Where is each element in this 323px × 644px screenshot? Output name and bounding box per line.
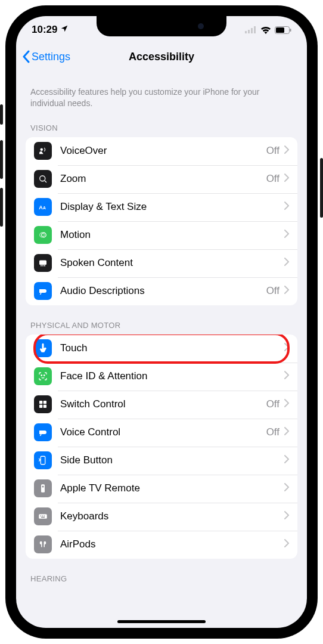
chevron-right-icon [284, 145, 289, 156]
svg-point-17 [41, 375, 42, 376]
nav-bar: Settings Accessibility [16, 44, 307, 70]
row-label: Face ID & Attention [60, 370, 284, 382]
row-label: Motion [60, 229, 284, 241]
svg-rect-3 [254, 26, 256, 33]
svg-point-18 [44, 375, 45, 376]
section-header-vision: VISION [26, 120, 297, 137]
svg-rect-28 [42, 516, 44, 517]
row-label: AirPods [60, 538, 284, 550]
row-audio-descriptions[interactable]: Audio Descriptions Off [26, 277, 297, 305]
row-label: Display & Text Size [60, 201, 284, 213]
svg-text:A: A [43, 206, 46, 210]
status-time: 10:29 [32, 24, 57, 36]
chevron-right-icon [284, 230, 289, 240]
row-label: Voice Control [60, 426, 266, 438]
row-apple-tv-remote[interactable]: Apple TV Remote [26, 475, 297, 503]
svg-rect-2 [251, 28, 253, 33]
svg-rect-24 [41, 485, 45, 493]
row-faceid[interactable]: Face ID & Attention [26, 363, 297, 391]
row-label: Spoken Content [60, 257, 284, 269]
faceid-icon [34, 367, 52, 385]
apple-tv-remote-icon [34, 479, 52, 497]
home-indicator[interactable] [117, 620, 206, 623]
location-icon [60, 24, 69, 36]
svg-rect-21 [39, 405, 42, 408]
textsize-icon: AA [34, 198, 52, 216]
row-zoom[interactable]: Zoom Off [26, 165, 297, 193]
voiceover-icon [34, 142, 52, 160]
wifi-icon [260, 26, 271, 34]
row-value: Off [266, 426, 279, 438]
row-label: Audio Descriptions [60, 285, 266, 297]
chevron-right-icon [284, 174, 289, 184]
switch-control-icon [34, 395, 52, 413]
row-keyboards[interactable]: Keyboards [26, 503, 297, 531]
svg-rect-20 [44, 401, 46, 404]
row-voiceover[interactable]: VoiceOver Off [26, 137, 297, 165]
svg-rect-6 [290, 29, 291, 32]
row-value: Off [266, 145, 279, 157]
section-header-hearing: HEARING [26, 559, 297, 588]
row-label: Touch [60, 342, 284, 354]
row-spoken-content[interactable]: Spoken Content [26, 249, 297, 277]
svg-point-15 [42, 265, 44, 267]
group-physical: Touch Face ID & Attention Switch Control… [26, 335, 297, 559]
row-touch[interactable]: Touch [26, 335, 297, 363]
svg-point-7 [41, 148, 44, 151]
svg-text:A: A [39, 205, 43, 210]
audio-descriptions-icon [34, 282, 52, 300]
chevron-right-icon [284, 427, 289, 438]
cellular-signal-icon [245, 26, 257, 33]
intro-text: Accessibility features help you customiz… [26, 70, 297, 120]
svg-rect-22 [44, 405, 46, 408]
svg-point-14 [41, 265, 42, 267]
row-voice-control[interactable]: Voice Control Off [26, 419, 297, 447]
row-label: Keyboards [60, 510, 284, 522]
phone-frame: 10:29 Settings Accessibility Accessibili… [5, 5, 318, 639]
row-label: VoiceOver [60, 145, 266, 157]
chevron-right-icon [284, 202, 289, 212]
keyboards-icon [34, 507, 52, 525]
chevron-right-icon [284, 511, 289, 522]
back-label: Settings [32, 51, 70, 63]
svg-rect-13 [39, 261, 46, 265]
row-value: Off [266, 398, 279, 410]
row-label: Zoom [60, 173, 266, 185]
chevron-right-icon [284, 455, 289, 466]
svg-rect-19 [39, 401, 42, 404]
row-label: Side Button [60, 454, 284, 466]
row-airpods[interactable]: AirPods [26, 531, 297, 559]
svg-point-8 [40, 176, 45, 181]
notch [97, 16, 226, 36]
airpods-icon [34, 535, 52, 553]
svg-rect-1 [248, 30, 250, 33]
svg-rect-23 [41, 457, 45, 465]
chevron-right-icon [284, 539, 289, 550]
row-value: Off [266, 173, 279, 185]
section-header-physical: PHYSICAL AND MOTOR [26, 305, 297, 335]
chevron-right-icon [284, 483, 289, 494]
row-label: Apple TV Remote [60, 482, 284, 494]
svg-rect-0 [245, 31, 247, 33]
row-side-button[interactable]: Side Button [26, 447, 297, 475]
svg-rect-30 [41, 517, 45, 518]
svg-rect-27 [41, 516, 42, 517]
row-display-text-size[interactable]: AA Display & Text Size [26, 193, 297, 221]
back-button[interactable]: Settings [22, 50, 70, 63]
chevron-right-icon [284, 399, 289, 410]
battery-icon [275, 26, 291, 34]
row-label: Switch Control [60, 398, 266, 410]
screen: 10:29 Settings Accessibility Accessibili… [16, 16, 307, 628]
group-vision: VoiceOver Off Zoom Off AA Display & Text… [26, 137, 297, 305]
svg-rect-29 [44, 516, 45, 517]
row-value: Off [266, 285, 279, 297]
svg-point-16 [44, 265, 45, 267]
svg-rect-5 [276, 27, 284, 33]
row-motion[interactable]: Motion [26, 221, 297, 249]
side-button-icon [34, 451, 52, 469]
zoom-icon [34, 170, 52, 188]
spoken-content-icon [34, 254, 52, 272]
voice-control-icon [34, 423, 52, 441]
chevron-right-icon [284, 343, 289, 354]
row-switch-control[interactable]: Switch Control Off [26, 391, 297, 419]
